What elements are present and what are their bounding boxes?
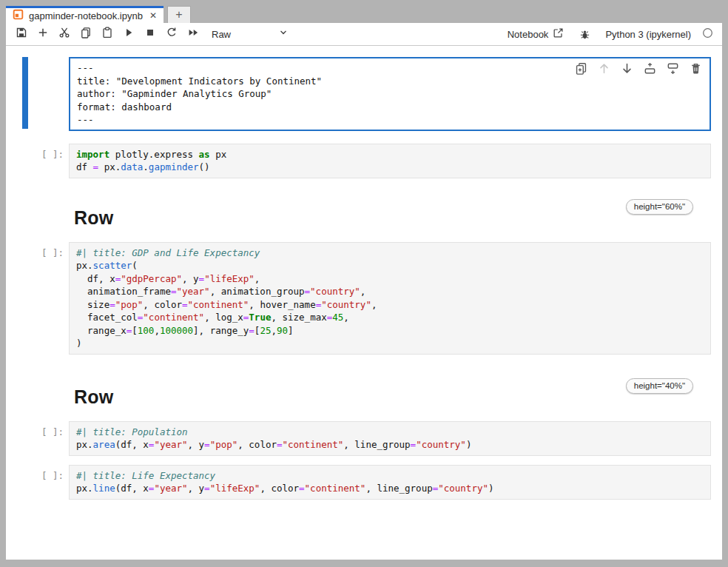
close-icon[interactable]: ✕ xyxy=(149,10,157,21)
token-str: "country" xyxy=(310,286,360,297)
token-plain: range_x xyxy=(76,325,127,336)
active-cell-collapser[interactable] xyxy=(22,57,28,129)
token-plain: (df, x xyxy=(115,483,149,494)
markdown-cell[interactable]: Rowheight="40%" xyxy=(69,377,711,409)
token-fn: area xyxy=(93,439,115,450)
token-str: "country" xyxy=(416,439,466,450)
token-kw: True xyxy=(249,312,271,323)
token-str: "continent" xyxy=(283,439,344,450)
run-button[interactable] xyxy=(119,25,138,43)
token-op: = xyxy=(411,439,417,450)
code-line: #| title: Life Expectancy xyxy=(76,469,704,483)
insert-above-button[interactable] xyxy=(643,63,656,76)
cell-prompt: [ ]: xyxy=(21,149,64,160)
code-cell[interactable]: [ ]:#| title: Populationpx.area(df, x="y… xyxy=(69,421,711,456)
token-plain: ) xyxy=(76,338,82,349)
token-plain: ] xyxy=(288,325,294,336)
token-str: "year" xyxy=(176,286,209,297)
token-plain: , xyxy=(255,273,260,284)
kernel-name[interactable]: Python 3 (ipykernel) xyxy=(605,29,691,40)
code-line: author: "Gapminder Analytics Group" xyxy=(77,87,703,101)
copy-button[interactable] xyxy=(76,25,95,43)
move-down-icon xyxy=(621,62,633,78)
code-line: format: dashboard xyxy=(77,101,703,114)
token-num: 100000 xyxy=(160,325,193,336)
token-com: #| title: Life Expectancy xyxy=(76,470,215,481)
token-fn: gapminder xyxy=(149,161,199,172)
token-op: = xyxy=(299,483,305,494)
token-plain: size xyxy=(76,299,109,310)
code-line: #| title: Population xyxy=(76,426,704,439)
token-plain: px. xyxy=(76,260,93,271)
save-icon xyxy=(16,27,27,41)
code-line: facet_col="continent", log_x=True, size_… xyxy=(76,311,704,324)
code-cell[interactable]: [ ]:import plotly.express as pxdf = px.d… xyxy=(69,144,711,178)
paste-button[interactable] xyxy=(98,25,117,43)
token-fn: line xyxy=(93,483,115,494)
move-up-button[interactable] xyxy=(597,63,610,76)
insert-above-icon xyxy=(644,62,656,78)
token-op: = xyxy=(249,325,255,336)
cell-type-value: Raw xyxy=(212,29,231,40)
height-attribute-badge: height="40%" xyxy=(626,378,693,394)
debugger-bug-icon[interactable] xyxy=(575,25,594,43)
code-cell[interactable]: [ ]:#| title: Life Expectancypx.line(df,… xyxy=(69,465,711,500)
code-line: px.line(df, x="year", y="lifeExp", color… xyxy=(76,482,704,495)
token-plain: --- xyxy=(77,62,94,73)
notebook-window: gapminder-notebook.ipynb ✕ + Raw Noteboo… xyxy=(6,6,722,560)
token-plain: , line_group xyxy=(365,483,432,494)
token-str: "year" xyxy=(154,483,187,494)
add-button[interactable] xyxy=(33,25,53,43)
cut-button[interactable] xyxy=(55,25,74,43)
tab-gapminder-notebook[interactable]: gapminder-notebook.ipynb ✕ xyxy=(6,6,164,23)
token-com: #| title: Population xyxy=(76,426,188,437)
move-down-button[interactable] xyxy=(620,63,633,76)
code-line: range_x=[100,100000], range_y=[25,90] xyxy=(76,324,704,338)
markdown-cell[interactable]: Rowheight="60%" xyxy=(69,198,711,230)
token-str: "country" xyxy=(321,299,371,310)
token-plain: , color xyxy=(237,439,277,450)
duplicate-icon xyxy=(575,62,587,78)
notebook-view-switch[interactable]: Notebook xyxy=(508,27,564,41)
token-op: = xyxy=(182,299,188,310)
token-op: = xyxy=(109,299,115,310)
code-line: ) xyxy=(76,337,704,350)
token-plain: ( xyxy=(132,260,138,271)
code-cell[interactable]: [ ]:#| title: GDP and Life Expectancypx.… xyxy=(69,242,711,355)
token-plain: px. xyxy=(76,483,93,494)
duplicate-button[interactable] xyxy=(574,63,587,76)
token-plain: , xyxy=(360,286,366,297)
save-button[interactable] xyxy=(12,25,31,43)
token-plain: , hover_name xyxy=(249,299,315,310)
insert-below-button[interactable] xyxy=(666,63,679,76)
restart-button[interactable] xyxy=(162,25,181,43)
move-up-icon xyxy=(598,62,610,78)
chevron-down-icon xyxy=(278,27,289,41)
token-plain: , color xyxy=(143,299,182,310)
token-plain: () xyxy=(199,161,210,172)
new-tab-button[interactable]: + xyxy=(167,6,191,23)
token-op: = xyxy=(277,439,283,450)
token-plain: , line_group xyxy=(343,439,410,450)
token-str: "country" xyxy=(438,483,488,494)
token-plain: plotly.express xyxy=(109,149,198,160)
kernel-status-circle-icon[interactable] xyxy=(702,27,713,41)
notebook-toolbar: Raw Notebook Python 3 (ipykernel) xyxy=(6,23,722,46)
cell-type-select[interactable]: Raw xyxy=(212,27,289,41)
token-str: "lifeExp" xyxy=(210,483,260,494)
token-plain: px. xyxy=(98,161,121,172)
stop-button[interactable] xyxy=(141,25,160,43)
fast-forward-button[interactable] xyxy=(183,25,203,43)
token-plain: title: "Development Indicators by Contin… xyxy=(77,76,322,87)
add-icon xyxy=(37,27,49,41)
token-num: 100 xyxy=(138,325,155,336)
token-plain: , xyxy=(371,299,377,310)
token-plain: , y xyxy=(188,483,205,494)
token-str: "continent" xyxy=(143,312,204,323)
delete-button[interactable] xyxy=(689,63,702,76)
raw-cell[interactable]: ---title: "Development Indicators by Con… xyxy=(69,57,711,131)
token-op: = xyxy=(204,483,210,494)
token-plain: . xyxy=(143,161,149,172)
token-plain: , animation_group xyxy=(210,286,305,297)
token-plain: df xyxy=(76,161,93,172)
